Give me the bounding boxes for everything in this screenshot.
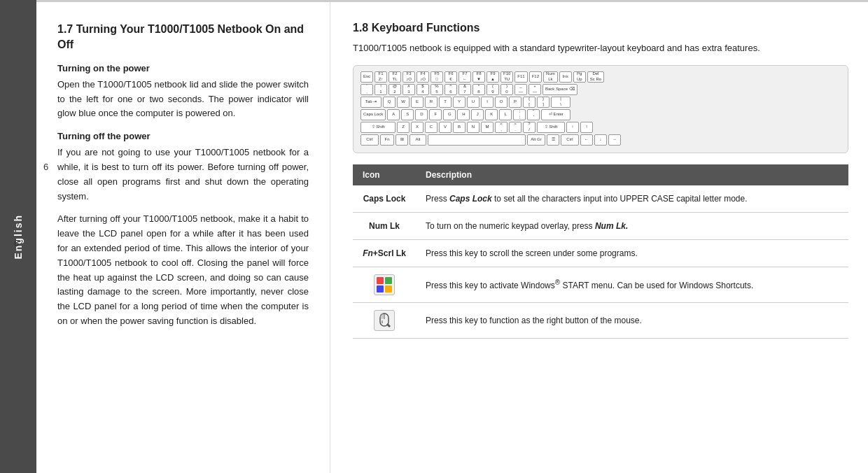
kb-comma: <, — [495, 122, 507, 133]
kb-f12: F12 — [529, 71, 542, 83]
kb-f8: F8▼ — [472, 71, 485, 83]
win-quad-1 — [377, 277, 384, 284]
right-section-title: 1.8 Keyboard Functions — [353, 22, 848, 34]
kb-esc: Esc — [360, 71, 373, 83]
turning-off-text2: After turning off your T1000/T1005 netbo… — [57, 212, 309, 328]
table-row: Fn+Scrl Lk Press this key to scroll the … — [353, 239, 848, 267]
kb-c: C — [425, 122, 438, 133]
kb-f9: F9▲ — [486, 71, 499, 83]
kb-j: J — [471, 109, 484, 120]
kb-s: S — [401, 109, 414, 120]
kb-altgr: Alt Gr — [527, 134, 545, 146]
kb-quote: "' — [527, 109, 540, 120]
capslock-label: Caps Lock — [363, 194, 406, 204]
capslock-bold: Caps Lock — [449, 194, 492, 204]
kb-f2: F2TL — [388, 71, 401, 83]
kb-shift-right: ⇧ Shift — [537, 122, 565, 133]
kb-9: (9 — [486, 84, 499, 95]
kb-numlk: NumLk — [543, 71, 558, 83]
kb-i: I — [481, 97, 493, 108]
kb-p: P — [509, 97, 522, 108]
feature-table: Icon Description Caps Lock Press Caps Lo… — [353, 164, 848, 339]
numlk-bold: Num Lk. — [595, 221, 628, 231]
kb-z: Z — [397, 122, 410, 133]
kb-k: K — [485, 109, 498, 120]
kb-w: W — [397, 97, 410, 108]
kb-row-num: `, !1 @2 #3 $4 %5 ^6 &7 *8 (9 )0 _— +— B… — [360, 84, 841, 95]
kb-enter: ⏎ Enter — [541, 109, 570, 120]
kb-up: ↑ — [566, 122, 579, 133]
table-row: Caps Lock Press Caps Lock to set all the… — [353, 185, 848, 213]
turning-on-text: Open the T1000/T1005 netbook lid and sli… — [57, 78, 309, 121]
kb-g: G — [443, 109, 456, 120]
kb-y: Y — [453, 97, 465, 108]
kb-8: *8 — [472, 84, 485, 95]
kb-4: $4 — [416, 84, 429, 95]
kb-row-zxcv: ⇧ Shift Z X C V B N M <, >. ?/ ⇧ Shift ↑… — [360, 122, 841, 133]
page-number-overlay: 6 — [14, 238, 19, 248]
win-quad-4 — [385, 285, 392, 292]
kb-f: F — [429, 109, 442, 120]
kb-tilde: `, — [360, 84, 373, 95]
kb-rbracket: }] — [537, 97, 550, 108]
kb-down: ↓ — [594, 134, 607, 146]
kb-l: L — [499, 109, 512, 120]
kb-win: ⊞ — [396, 134, 408, 146]
kb-backslash: |\ — [551, 97, 570, 108]
kb-lbracket: {[ — [523, 97, 536, 108]
right-column: 1.8 Keyboard Functions T1000/T1005 netbo… — [330, 2, 868, 473]
kb-tab: Tab ⇥ — [360, 97, 382, 108]
kb-row-fn: Esc F1Z↑ F2TL F3♪O F4♪O F5□ F6€ F7← F8▼ … — [360, 71, 841, 83]
icon-cell-mouse — [353, 302, 416, 338]
kb-f5: F5□ — [430, 71, 443, 83]
intro-text: T1000/T1005 netbook is equipped with a s… — [353, 41, 848, 55]
desc-cell-numlk: To turn on the numeric keypad overlay, p… — [416, 212, 848, 239]
kb-f1: F1Z↑ — [374, 71, 387, 83]
kb-row-asdf: Caps Lock A S D F G H J K L :; "' ⏎ Ente… — [360, 109, 841, 120]
desc-cell-windows: Press this key to activate Windows® STAR… — [416, 267, 848, 302]
kb-delete: DelSc Ro — [587, 71, 604, 83]
kb-m: M — [481, 122, 493, 133]
kb-6: ^6 — [444, 84, 457, 95]
kb-5: %5 — [430, 84, 443, 95]
kb-n: N — [467, 122, 479, 133]
desc-cell-capslock: Press Caps Lock to set all the character… — [416, 185, 848, 213]
mouse-icon — [374, 310, 395, 331]
kb-row-qwerty: Tab ⇥ Q W E R T Y U I O P {[ }] |\ — [360, 97, 841, 108]
kb-2: @2 — [388, 84, 401, 95]
kb-menu: ☰ — [547, 134, 559, 146]
kb-v: V — [439, 122, 451, 133]
kb-shift-left: ⇧ Shift — [360, 122, 396, 133]
turning-off-title: Turning off the power — [57, 131, 309, 141]
kb-a: A — [387, 109, 400, 120]
kb-h: H — [457, 109, 470, 120]
numlk-label: Num Lk — [369, 221, 400, 231]
table-row: Press this key to function as the right … — [353, 302, 848, 338]
kb-left: ← — [580, 134, 593, 146]
left-section-title: 1.7 Turning Your T1000/T1005 Netbook On … — [57, 22, 309, 53]
content-area: 6 1.7 Turning Your T1000/T1005 Netbook O… — [36, 2, 868, 473]
icon-cell-numlk: Num Lk — [353, 212, 416, 239]
left-column: 6 1.7 Turning Your T1000/T1005 Netbook O… — [36, 2, 330, 473]
kb-f3: F3♪O — [402, 71, 415, 83]
kb-plus: +— — [528, 84, 541, 95]
kb-slash: ?/ — [523, 122, 536, 133]
kb-backspace: Back Space ⌫ — [542, 84, 578, 95]
win-quad-3 — [377, 285, 384, 292]
kb-e: E — [411, 97, 424, 108]
kb-right: → — [608, 134, 621, 146]
table-row: Press this key to activate Windows® STAR… — [353, 267, 848, 302]
kb-f10: F10TU — [500, 71, 513, 83]
kb-caps: Caps Lock — [360, 109, 386, 120]
kb-insert: Ins — [559, 71, 572, 83]
svg-rect-2 — [380, 313, 384, 319]
kb-alt: Alt — [410, 134, 426, 146]
kb-t: T — [439, 97, 451, 108]
turning-on-title: Turning on the power — [57, 63, 309, 73]
kb-q: Q — [383, 97, 396, 108]
kb-u: U — [467, 97, 479, 108]
kb-1: !1 — [374, 84, 387, 95]
kb-r: R — [425, 97, 438, 108]
kb-7: &7 — [458, 84, 471, 95]
mouse-svg — [377, 312, 391, 329]
